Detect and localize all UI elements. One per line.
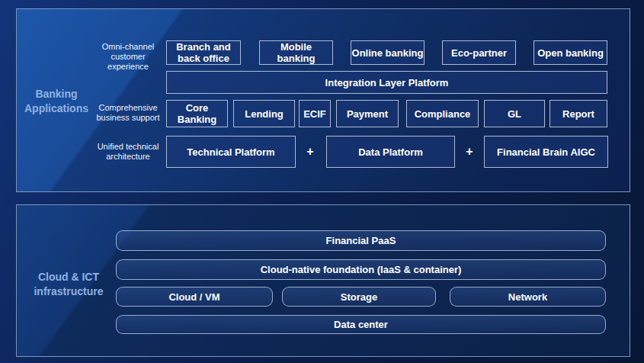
- box-gl: GL: [484, 100, 545, 127]
- banking-applications-title: Banking Applications: [11, 87, 102, 116]
- technical-label-line2: architecture: [90, 152, 166, 162]
- box-online-banking: Online banking: [351, 40, 425, 65]
- box-cloud-vm: Cloud / VM: [116, 287, 273, 307]
- core-line2: Banking: [178, 114, 216, 125]
- mobile-line2: banking: [277, 53, 316, 64]
- box-compliance: Compliance: [406, 100, 479, 127]
- box-network: Network: [450, 287, 606, 307]
- box-ecif: ECIF: [299, 100, 331, 127]
- box-lending: Lending: [233, 100, 295, 127]
- box-data-center: Data center: [116, 315, 606, 334]
- branch-line1: Branch and: [176, 41, 231, 53]
- row-label-technical-architecture: Unified technical architecture: [90, 142, 166, 162]
- box-open-banking: Open banking: [533, 40, 607, 65]
- box-financial-brain-aigc: Financial Brain AIGC: [484, 136, 608, 168]
- cloud-title-line1: Cloud & ICT: [21, 270, 116, 284]
- row-label-business-support: Comprehensive business support: [90, 103, 166, 123]
- omni-label-line3: experience: [90, 62, 166, 72]
- business-label-line2: business support: [90, 113, 166, 123]
- box-payment: Payment: [336, 100, 399, 127]
- plus-separator-1: +: [305, 146, 316, 158]
- cloud-ict-title: Cloud & ICT infrastructure: [21, 270, 116, 299]
- omni-label-line1: Omni-channel: [90, 42, 166, 52]
- technical-label-line1: Unified technical: [90, 142, 166, 152]
- box-financial-paas: Financial PaaS: [116, 230, 606, 251]
- banking-title-line1: Banking: [11, 87, 102, 101]
- box-storage: Storage: [282, 287, 436, 307]
- plus-separator-2: +: [464, 146, 475, 158]
- box-report: Report: [549, 100, 607, 127]
- banking-title-line2: Applications: [11, 101, 102, 116]
- box-technical-platform: Technical Platform: [166, 136, 296, 168]
- row-label-omni-channel: Omni-channel customer experience: [90, 42, 166, 72]
- box-data-platform: Data Platform: [326, 136, 455, 168]
- cloud-title-line2: infrastructure: [21, 284, 116, 299]
- branch-line2: back office: [176, 53, 231, 64]
- box-mobile-banking: Mobile banking: [259, 40, 333, 65]
- box-core-banking: Core Banking: [166, 100, 228, 127]
- box-branch-back-office: Branch and back office: [166, 40, 241, 65]
- box-core-label: Core Banking: [178, 102, 216, 125]
- box-integration-layer-platform: Integration Layer Platform: [166, 71, 607, 94]
- box-eco-partner: Eco-partner: [442, 40, 516, 65]
- mobile-line1: Mobile: [277, 41, 316, 53]
- core-line1: Core: [178, 102, 216, 114]
- box-branch-label: Branch and back office: [176, 41, 231, 64]
- box-cloud-native-foundation: Cloud-native foundation (IaaS & containe…: [116, 259, 606, 280]
- business-label-line1: Comprehensive: [90, 103, 166, 113]
- box-mobile-label: Mobile banking: [277, 41, 316, 64]
- omni-label-line2: customer: [90, 52, 166, 62]
